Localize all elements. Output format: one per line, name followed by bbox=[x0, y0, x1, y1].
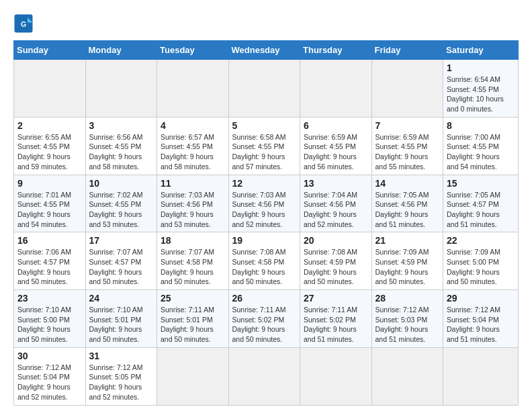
calendar-cell: 7Sunrise: 6:59 AM Sunset: 4:55 PM Daylig… bbox=[371, 117, 443, 175]
calendar-cell: 10Sunrise: 7:02 AM Sunset: 4:55 PM Dayli… bbox=[85, 175, 157, 232]
day-number: 24 bbox=[89, 293, 154, 304]
calendar-cell bbox=[300, 347, 372, 405]
calendar-cell bbox=[14, 60, 86, 118]
calendar-cell: 18Sunrise: 7:07 AM Sunset: 4:58 PM Dayli… bbox=[157, 232, 229, 290]
calendar-cell: 16Sunrise: 7:06 AM Sunset: 4:57 PM Dayli… bbox=[14, 232, 86, 290]
calendar-cell bbox=[157, 347, 229, 405]
col-header-saturday: Saturday bbox=[443, 41, 519, 60]
logo-icon: G bbox=[13, 13, 34, 34]
day-number: 21 bbox=[375, 235, 440, 246]
col-header-friday: Friday bbox=[371, 41, 443, 60]
day-info: Sunrise: 7:07 AM Sunset: 4:58 PM Dayligh… bbox=[161, 247, 225, 287]
day-number: 3 bbox=[89, 120, 154, 131]
calendar-cell: 29Sunrise: 7:12 AM Sunset: 5:04 PM Dayli… bbox=[443, 290, 519, 348]
day-number: 30 bbox=[17, 351, 82, 361]
day-info: Sunrise: 7:11 AM Sunset: 5:01 PM Dayligh… bbox=[161, 305, 225, 345]
day-number: 11 bbox=[161, 178, 225, 189]
day-info: Sunrise: 7:10 AM Sunset: 5:00 PM Dayligh… bbox=[17, 305, 82, 345]
day-number: 14 bbox=[375, 178, 440, 189]
calendar-week-6: 30Sunrise: 7:12 AM Sunset: 5:04 PM Dayli… bbox=[14, 347, 519, 405]
calendar-cell: 23Sunrise: 7:10 AM Sunset: 5:00 PM Dayli… bbox=[14, 290, 86, 348]
calendar-week-3: 9Sunrise: 7:01 AM Sunset: 4:55 PM Daylig… bbox=[14, 175, 519, 232]
day-info: Sunrise: 7:09 AM Sunset: 4:59 PM Dayligh… bbox=[375, 247, 440, 287]
day-number: 25 bbox=[161, 293, 225, 304]
calendar-cell: 8Sunrise: 7:00 AM Sunset: 4:55 PM Daylig… bbox=[443, 117, 519, 175]
day-info: Sunrise: 7:08 AM Sunset: 4:59 PM Dayligh… bbox=[304, 247, 368, 287]
day-number: 2 bbox=[17, 120, 82, 131]
day-info: Sunrise: 6:58 AM Sunset: 4:55 PM Dayligh… bbox=[232, 132, 297, 172]
day-info: Sunrise: 7:05 AM Sunset: 4:56 PM Dayligh… bbox=[375, 190, 440, 230]
calendar-week-1: 1Sunrise: 6:54 AM Sunset: 4:55 PM Daylig… bbox=[14, 60, 519, 118]
calendar-cell: 26Sunrise: 7:11 AM Sunset: 5:02 PM Dayli… bbox=[228, 290, 300, 348]
day-number: 15 bbox=[447, 178, 515, 189]
day-info: Sunrise: 7:11 AM Sunset: 5:02 PM Dayligh… bbox=[232, 305, 297, 345]
calendar-cell: 22Sunrise: 7:09 AM Sunset: 5:00 PM Dayli… bbox=[443, 232, 519, 290]
calendar-cell: 11Sunrise: 7:03 AM Sunset: 4:56 PM Dayli… bbox=[157, 175, 229, 232]
calendar-cell: 9Sunrise: 7:01 AM Sunset: 4:55 PM Daylig… bbox=[14, 175, 86, 232]
day-info: Sunrise: 6:56 AM Sunset: 4:55 PM Dayligh… bbox=[89, 132, 154, 172]
day-info: Sunrise: 6:55 AM Sunset: 4:55 PM Dayligh… bbox=[17, 132, 82, 172]
day-info: Sunrise: 7:10 AM Sunset: 5:01 PM Dayligh… bbox=[89, 305, 154, 345]
calendar-header-row: SundayMondayTuesdayWednesdayThursdayFrid… bbox=[14, 41, 519, 60]
day-info: Sunrise: 6:59 AM Sunset: 4:55 PM Dayligh… bbox=[375, 132, 440, 172]
calendar-table: SundayMondayTuesdayWednesdayThursdayFrid… bbox=[13, 40, 519, 406]
calendar-cell: 6Sunrise: 6:59 AM Sunset: 4:55 PM Daylig… bbox=[300, 117, 372, 175]
calendar-week-4: 16Sunrise: 7:06 AM Sunset: 4:57 PM Dayli… bbox=[14, 232, 519, 290]
day-info: Sunrise: 7:03 AM Sunset: 4:56 PM Dayligh… bbox=[161, 190, 225, 230]
calendar-cell: 12Sunrise: 7:03 AM Sunset: 4:56 PM Dayli… bbox=[228, 175, 300, 232]
calendar-cell: 20Sunrise: 7:08 AM Sunset: 4:59 PM Dayli… bbox=[300, 232, 372, 290]
calendar-cell: 24Sunrise: 7:10 AM Sunset: 5:01 PM Dayli… bbox=[85, 290, 157, 348]
col-header-monday: Monday bbox=[85, 41, 157, 60]
calendar-cell: 5Sunrise: 6:58 AM Sunset: 4:55 PM Daylig… bbox=[228, 117, 300, 175]
day-info: Sunrise: 7:07 AM Sunset: 4:57 PM Dayligh… bbox=[89, 247, 154, 287]
day-info: Sunrise: 7:12 AM Sunset: 5:03 PM Dayligh… bbox=[375, 305, 440, 345]
day-number: 23 bbox=[17, 293, 82, 304]
calendar-cell bbox=[443, 347, 519, 405]
day-number: 28 bbox=[375, 293, 440, 304]
day-number: 18 bbox=[161, 235, 225, 246]
day-info: Sunrise: 7:02 AM Sunset: 4:55 PM Dayligh… bbox=[89, 190, 154, 230]
day-number: 22 bbox=[447, 235, 515, 246]
calendar-cell: 30Sunrise: 7:12 AM Sunset: 5:04 PM Dayli… bbox=[14, 347, 86, 405]
calendar-cell: 3Sunrise: 6:56 AM Sunset: 4:55 PM Daylig… bbox=[85, 117, 157, 175]
day-number: 27 bbox=[304, 293, 368, 304]
day-info: Sunrise: 6:54 AM Sunset: 4:55 PM Dayligh… bbox=[447, 75, 515, 114]
page-header: G bbox=[13, 13, 519, 34]
day-info: Sunrise: 7:08 AM Sunset: 4:58 PM Dayligh… bbox=[232, 247, 297, 287]
calendar-cell: 15Sunrise: 7:05 AM Sunset: 4:57 PM Dayli… bbox=[443, 175, 519, 232]
day-info: Sunrise: 7:03 AM Sunset: 4:56 PM Dayligh… bbox=[232, 190, 297, 230]
calendar-cell: 28Sunrise: 7:12 AM Sunset: 5:03 PM Dayli… bbox=[371, 290, 443, 348]
day-number: 12 bbox=[232, 178, 297, 189]
calendar-cell: 13Sunrise: 7:04 AM Sunset: 4:56 PM Dayli… bbox=[300, 175, 372, 232]
day-info: Sunrise: 6:59 AM Sunset: 4:55 PM Dayligh… bbox=[304, 132, 368, 172]
calendar-cell: 1Sunrise: 6:54 AM Sunset: 4:55 PM Daylig… bbox=[443, 60, 519, 118]
calendar-cell: 2Sunrise: 6:55 AM Sunset: 4:55 PM Daylig… bbox=[14, 117, 86, 175]
day-number: 19 bbox=[232, 235, 297, 246]
col-header-wednesday: Wednesday bbox=[228, 41, 300, 60]
day-number: 5 bbox=[232, 120, 297, 131]
day-info: Sunrise: 6:57 AM Sunset: 4:55 PM Dayligh… bbox=[161, 132, 225, 172]
day-number: 26 bbox=[232, 293, 297, 304]
day-info: Sunrise: 7:12 AM Sunset: 5:04 PM Dayligh… bbox=[447, 305, 515, 345]
calendar-cell: 25Sunrise: 7:11 AM Sunset: 5:01 PM Dayli… bbox=[157, 290, 229, 348]
calendar-cell bbox=[228, 347, 300, 405]
calendar-cell bbox=[300, 60, 372, 118]
calendar-cell bbox=[371, 347, 443, 405]
calendar-cell: 31Sunrise: 7:12 AM Sunset: 5:05 PM Dayli… bbox=[85, 347, 157, 405]
calendar-week-5: 23Sunrise: 7:10 AM Sunset: 5:00 PM Dayli… bbox=[14, 290, 519, 348]
day-number: 6 bbox=[304, 120, 368, 131]
col-header-thursday: Thursday bbox=[300, 41, 372, 60]
day-info: Sunrise: 7:09 AM Sunset: 5:00 PM Dayligh… bbox=[447, 247, 515, 287]
day-info: Sunrise: 7:04 AM Sunset: 4:56 PM Dayligh… bbox=[304, 190, 368, 230]
calendar-cell: 17Sunrise: 7:07 AM Sunset: 4:57 PM Dayli… bbox=[85, 232, 157, 290]
day-info: Sunrise: 7:01 AM Sunset: 4:55 PM Dayligh… bbox=[17, 190, 82, 230]
day-number: 10 bbox=[89, 178, 154, 189]
day-info: Sunrise: 7:11 AM Sunset: 5:02 PM Dayligh… bbox=[304, 305, 368, 345]
day-number: 8 bbox=[447, 120, 515, 131]
day-number: 4 bbox=[161, 120, 225, 131]
svg-text:G: G bbox=[21, 20, 26, 28]
day-info: Sunrise: 7:12 AM Sunset: 5:05 PM Dayligh… bbox=[89, 363, 154, 402]
day-number: 7 bbox=[375, 120, 440, 131]
day-number: 16 bbox=[17, 235, 82, 246]
calendar-cell: 4Sunrise: 6:57 AM Sunset: 4:55 PM Daylig… bbox=[157, 117, 229, 175]
